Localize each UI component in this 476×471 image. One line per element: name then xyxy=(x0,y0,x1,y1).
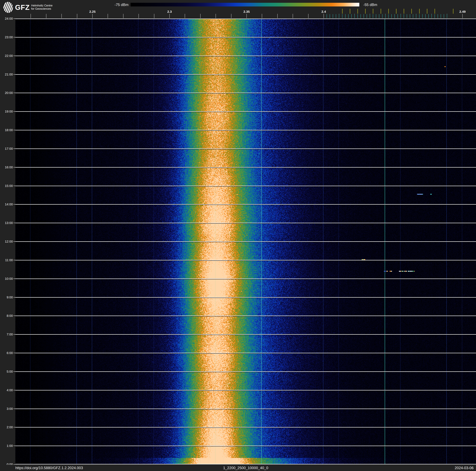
ble-channel-tick xyxy=(422,14,423,18)
freq-major-tick xyxy=(46,14,46,18)
time-axis-tick xyxy=(14,334,15,334)
ble-channel-tick xyxy=(354,14,355,18)
ble-channel-tick xyxy=(379,14,379,18)
time-axis-tick xyxy=(14,130,15,130)
freq-major-tick xyxy=(293,14,293,18)
time-axis-label: 12:00 xyxy=(1,240,13,243)
time-axis-label: 17:00 xyxy=(1,147,13,150)
time-axis-label: 15:00 xyxy=(1,184,13,188)
gfz-tagline-line1: Helmholtz Centre xyxy=(31,4,52,7)
wifi-channel-tick xyxy=(388,9,389,14)
wifi-channel-tick xyxy=(365,9,366,14)
ble-channel-tick xyxy=(330,14,330,18)
time-axis-label: 5:00 xyxy=(1,370,13,373)
wifi-channel-tick xyxy=(453,9,453,14)
ble-channel-tick xyxy=(382,14,382,18)
time-axis-label: 4:00 xyxy=(1,388,13,392)
time-axis-label: 10:00 xyxy=(1,277,13,280)
gfz-brand: GFZ xyxy=(15,2,30,13)
doi-link: https://doi.org/10.5880/GFZ.1.2.2024.003 xyxy=(15,466,83,470)
ble-channel-tick xyxy=(391,14,392,18)
freq-major-tick xyxy=(123,14,123,18)
time-axis-tick xyxy=(14,223,15,223)
time-axis-label: 20:00 xyxy=(1,91,13,95)
ble-channel-tick xyxy=(444,14,444,18)
ble-channel-tick xyxy=(385,14,386,18)
dataset-id: 1_2200_2500_10000_40_0 xyxy=(223,466,268,470)
freq-major-tick xyxy=(185,14,185,18)
time-axis-tick xyxy=(14,111,15,112)
ble-channel-tick xyxy=(428,14,429,18)
wifi-channel-tick xyxy=(427,9,427,14)
spectrogram-figure: { "header": { "logo": { "brand": "GFZ", … xyxy=(0,0,476,471)
ble-channel-tick xyxy=(441,14,441,18)
freq-major-tick xyxy=(77,14,77,18)
time-axis-label: 9:00 xyxy=(1,295,13,299)
ble-channel-tick xyxy=(373,14,373,18)
wifi-channel-tick xyxy=(381,9,381,14)
time-axis-tick xyxy=(14,371,15,372)
freq-major-tick xyxy=(262,14,262,18)
gfz-tagline: Helmholtz Centre for Geosciences xyxy=(31,4,52,10)
wifi-channel-tick xyxy=(435,9,435,14)
gfz-tagline-line2: for Geosciences xyxy=(31,7,52,10)
time-axis-label: 18:00 xyxy=(1,128,13,132)
time-axis-tick xyxy=(14,279,15,279)
colorbar xyxy=(131,3,359,6)
ble-channel-tick xyxy=(367,14,367,18)
ble-channel-tick xyxy=(401,14,401,18)
ble-channel-tick xyxy=(345,14,345,18)
ble-channel-tick xyxy=(404,14,404,18)
ble-channel-tick xyxy=(348,14,349,18)
ble-channel-tick xyxy=(339,14,339,18)
freq-major-tick xyxy=(154,14,154,18)
time-axis-label: 21:00 xyxy=(1,72,13,76)
ble-channel-tick xyxy=(438,14,438,18)
ble-channel-tick xyxy=(360,14,361,18)
time-axis-tick xyxy=(14,167,15,167)
footer: https://doi.org/10.5880/GFZ.1.2.2024.003… xyxy=(0,465,476,471)
time-axis-label: 24:00 xyxy=(1,17,13,20)
ble-channel-tick xyxy=(376,14,376,18)
date-label: 2024-03-06 xyxy=(455,466,474,470)
freq-major-tick xyxy=(246,14,247,18)
freq-major-tick xyxy=(138,14,139,18)
ble-channel-tick xyxy=(394,14,395,18)
ble-channel-tick xyxy=(416,14,416,18)
time-axis-tick xyxy=(14,37,15,37)
ble-channel-tick xyxy=(431,14,432,18)
time-axis-label: 13:00 xyxy=(1,221,13,225)
wifi-channel-tick xyxy=(373,9,373,14)
ble-channel-tick xyxy=(364,14,364,18)
time-axis-tick xyxy=(14,427,15,427)
ble-channel-tick xyxy=(342,14,342,18)
time-axis-tick xyxy=(14,148,15,149)
freq-tick-label: 2.4 xyxy=(321,10,326,14)
time-axis-label: 14:00 xyxy=(1,202,13,206)
time-axis-tick xyxy=(14,353,15,353)
freq-major-tick xyxy=(169,14,170,18)
ble-channel-tick xyxy=(388,14,389,18)
ble-channel-tick xyxy=(447,14,447,18)
time-axis-label: 19:00 xyxy=(1,109,13,113)
time-axis-label: 16:00 xyxy=(1,165,13,169)
time-axis-label: 3:00 xyxy=(1,407,13,410)
freq-tick-label: 2.25 xyxy=(89,10,96,14)
time-axis-tick xyxy=(14,297,15,297)
header: GFZ Helmholtz Centre for Geosciences -75… xyxy=(0,0,476,18)
time-axis-tick xyxy=(14,446,15,446)
time-axis-label: 23:00 xyxy=(1,35,13,39)
time-axis-label: 6:00 xyxy=(1,351,13,355)
ble-channel-tick xyxy=(357,14,358,18)
freq-major-tick xyxy=(108,14,108,18)
time-axis-tick xyxy=(14,464,15,465)
freq-tick-label: 2.49 xyxy=(459,10,466,14)
ble-channel-tick xyxy=(370,14,370,18)
time-axis-tick xyxy=(14,186,15,186)
wifi-channel-tick xyxy=(404,9,404,14)
time-axis-label: 11:00 xyxy=(1,258,13,262)
colorbar-min-label: -75 dBm xyxy=(115,3,129,7)
wifi-channel-tick xyxy=(411,9,412,14)
time-axis-label: 8:00 xyxy=(1,314,13,318)
time-axis-tick xyxy=(14,204,15,204)
